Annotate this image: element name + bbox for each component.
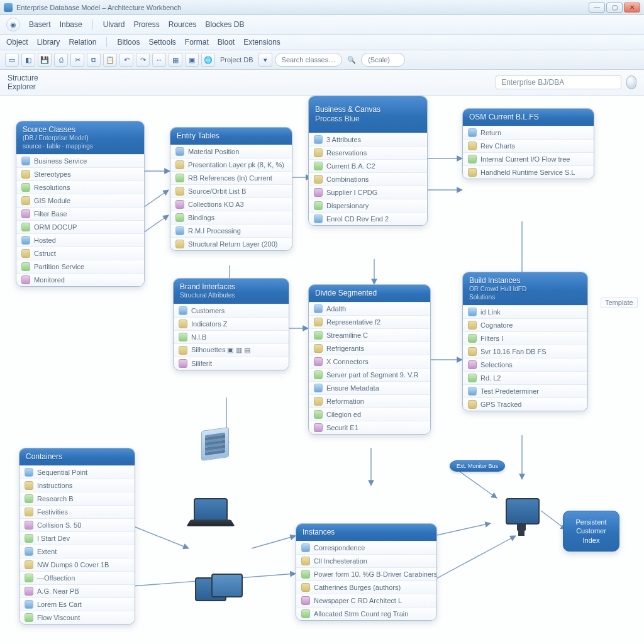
list-item[interactable]: Resolutions (16, 180, 144, 194)
search-go-icon[interactable]: 🔍 (345, 53, 358, 67)
list-item[interactable]: Supplier I CPDG (309, 186, 427, 199)
panel-divide-segmented[interactable]: Divide Segmented AdalthRepresentative f2… (308, 284, 431, 435)
list-item[interactable]: Catherines Burges (authors) (296, 580, 436, 594)
list-item[interactable]: Dispersionary (309, 199, 427, 212)
list-item[interactable]: Bindings (170, 211, 292, 224)
explorer-go-icon[interactable] (626, 75, 636, 89)
menu-item[interactable]: Blockes DB (205, 20, 244, 29)
menu-item[interactable]: Basert (29, 20, 51, 29)
list-item[interactable]: Ensure Metadata (309, 381, 430, 394)
list-item[interactable]: Siliferit (174, 357, 289, 370)
tool-undo-icon[interactable]: ↶ (119, 53, 133, 67)
list-item[interactable]: NW Dumps 0 Cover 1B (19, 558, 135, 571)
maximize-button[interactable]: ▢ (606, 3, 623, 13)
list-item[interactable]: GIS Module (16, 194, 144, 207)
list-item[interactable]: Rev Charts (463, 139, 594, 152)
panel-instances[interactable]: Instances CorrespondenceCll Inchesterati… (296, 523, 437, 621)
tool-save-icon[interactable]: 💾 (38, 53, 52, 67)
list-item[interactable]: Adalth (309, 302, 430, 315)
list-item[interactable]: R.M.I Processing (170, 224, 292, 237)
list-item[interactable]: Collision S. 50 (19, 518, 135, 531)
menu-item[interactable]: Settools (148, 38, 175, 47)
list-item[interactable]: Material Position (170, 145, 292, 158)
minimize-button[interactable]: — (589, 3, 605, 13)
list-item[interactable]: Return (463, 126, 594, 139)
close-button[interactable]: ✕ (624, 3, 640, 13)
list-item[interactable]: ORM DOCUP (16, 220, 144, 233)
menu-item[interactable]: Relation (69, 38, 96, 47)
list-item[interactable]: I Start Dev (19, 531, 135, 545)
list-item[interactable]: Reformation (309, 394, 430, 408)
tool-print-icon[interactable]: ⎙ (54, 53, 68, 67)
panel-containers[interactable]: Containers Sequential PointInstructionsR… (19, 448, 135, 625)
list-item[interactable]: Hosted (16, 233, 144, 247)
list-item[interactable]: Silhouettes ▣ ▥ ▤ (174, 343, 289, 357)
menu-item[interactable]: Object (6, 38, 28, 47)
list-item[interactable]: Enrol CD Rev End 2 (309, 212, 427, 225)
menu-item[interactable]: Rources (169, 20, 197, 29)
list-item[interactable]: Test Predeterminer (463, 384, 587, 397)
menu-item[interactable]: Extensions (243, 38, 280, 47)
list-item[interactable]: Reservations (309, 146, 427, 159)
list-item[interactable]: Current B.A. C2 (309, 159, 427, 172)
list-item[interactable]: Server part of Segment 9. V.R (309, 368, 430, 381)
tool-new-icon[interactable]: ▭ (5, 53, 19, 67)
list-item[interactable]: RB References (In) Current (170, 171, 292, 184)
list-item[interactable]: N.I.B (174, 330, 289, 343)
list-item[interactable]: Customers (174, 304, 289, 317)
list-item[interactable]: Festivities (19, 505, 135, 518)
list-item[interactable]: id Link (463, 305, 587, 318)
tool-image-icon[interactable]: ▣ (185, 53, 199, 67)
tool-cut-icon[interactable]: ✂ (70, 53, 84, 67)
list-item[interactable]: —Offsection (19, 571, 135, 584)
panel-business-canvas[interactable]: Business & Canvas Process Blue 3 Attribu… (308, 96, 428, 226)
list-item[interactable]: Cstruct (16, 247, 144, 260)
list-item[interactable]: Representative f2 (309, 315, 430, 328)
list-item[interactable]: Presentation Layer pk (8, K, %) (170, 158, 292, 171)
list-item[interactable]: A.G. Near PB (19, 584, 135, 597)
list-item[interactable]: Instructions (19, 479, 135, 492)
list-item[interactable]: Handheld Runtime Service S.L (463, 165, 594, 179)
list-item[interactable]: Combinations (309, 172, 427, 186)
list-item[interactable]: Correspondence (296, 541, 436, 554)
list-item[interactable]: Svr 10.16 Fan DB FS (463, 345, 587, 358)
tool-grid-icon[interactable]: ▦ (169, 53, 182, 67)
list-item[interactable]: Collections KO A3 (170, 197, 292, 211)
list-item[interactable]: Stereotypes (16, 167, 144, 180)
list-item[interactable]: Indicators Z (174, 317, 289, 330)
list-item[interactable]: Allocated Strm Count reg Train (296, 607, 436, 620)
panel-brand-interfaces[interactable]: Brand Interfaces Structural Attributes C… (173, 278, 289, 370)
list-item[interactable]: X Connectors (309, 355, 430, 368)
tool-copy-icon[interactable]: ⧉ (87, 53, 101, 67)
menu-item[interactable]: Format (185, 38, 209, 47)
node-storage[interactable]: Persistent Customer Index (563, 511, 619, 552)
menu-item[interactable]: Library (37, 38, 60, 47)
list-item[interactable]: Cognatore (463, 318, 587, 331)
dropdown-icon[interactable]: ▾ (258, 53, 272, 67)
list-item[interactable]: Structural Return Layer (200) (170, 237, 292, 250)
toolbar-scale-input[interactable]: (Scale) (361, 53, 405, 67)
list-item[interactable]: Lorem Es Cart (19, 597, 135, 611)
tool-open-icon[interactable]: ◧ (21, 53, 35, 67)
panel-entity-tables[interactable]: Entity Tables Material PositionPresentat… (170, 127, 292, 251)
list-item[interactable]: Cll Inchesteration (296, 554, 436, 567)
list-item[interactable]: Newspaper C RD Architect L (296, 594, 436, 607)
list-item[interactable]: Rd. L2 (463, 371, 587, 384)
list-item[interactable]: Business Service (16, 154, 144, 167)
menu-item[interactable]: Inbase (60, 20, 82, 29)
panel-build-instances[interactable]: Build Instances OR Crowd Hull IdFD Solut… (462, 272, 588, 411)
tool-paste-icon[interactable]: 📋 (103, 53, 117, 67)
list-item[interactable]: Refrigerants (309, 341, 430, 355)
panel-osm-current[interactable]: OSM Current B.L.FS ReturnRev ChartsInter… (462, 108, 594, 179)
list-item[interactable]: Power form 10. %G B-Driver Carabiners (296, 567, 436, 580)
list-item[interactable]: Selections (463, 358, 587, 371)
list-item[interactable]: Filter Base (16, 207, 144, 220)
diagram-canvas[interactable]: Source Classes (DB / Enterprise Model) s… (0, 96, 644, 644)
menu-item[interactable]: Bitloos (117, 38, 140, 47)
list-item[interactable]: Source/Orbit List B (170, 184, 292, 197)
menu-item[interactable]: Proress (133, 20, 159, 29)
menu-item[interactable]: Bloot (218, 38, 235, 47)
side-label-template[interactable]: Template (601, 297, 638, 308)
pill-monitor-bus[interactable]: Ext. Monitor Bus (450, 460, 505, 472)
list-item[interactable]: Flow Viscount (19, 611, 135, 624)
